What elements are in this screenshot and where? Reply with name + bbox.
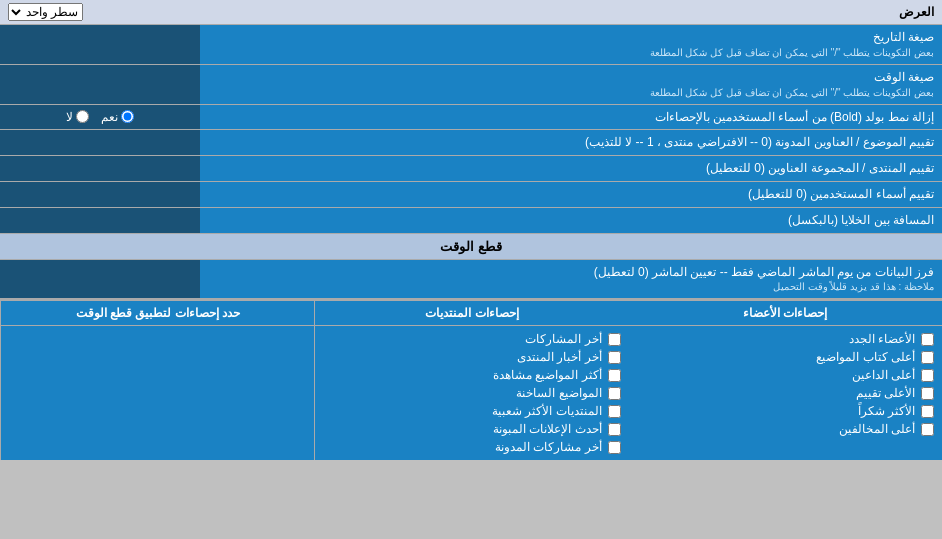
list-item: أخر أخبار المنتدى (323, 348, 620, 366)
top-violators-checkbox[interactable] (921, 423, 934, 436)
stats-section: إحصاءات الأعضاء إحصاءات المنتديات حدد إح… (0, 299, 942, 460)
list-item: أخر المشاركات (323, 330, 620, 348)
gap-row: المسافة بين الخلايا (بالبكسل) 2 (0, 208, 942, 234)
topics-order-label: تقييم الموضوع / العناوين المدونة (0 -- ا… (200, 130, 942, 155)
bold-yes-label: نعم (101, 110, 134, 124)
hot-topics-checkbox[interactable] (608, 387, 621, 400)
forum-order-label: تقييم المنتدى / المجموعة العناوين (0 للت… (200, 156, 942, 181)
bold-remove-label: إزالة نمط بولد (Bold) من أسماء المستخدمي… (200, 105, 942, 130)
bold-remove-radio-container: نعم لا (0, 105, 200, 130)
stats-left-header-cell: إحصاءات الأعضاء (629, 301, 942, 325)
stats-header-row: إحصاءات الأعضاء إحصاءات المنتديات حدد إح… (0, 301, 942, 326)
list-item: الأكثر شكراً (637, 402, 934, 420)
time-format-label: صيغة الوقت بعض التكوينات يتطلب "/" التي … (200, 65, 942, 104)
realtime-filter-label: فرز البيانات من يوم الماشر الماضي فقط --… (200, 260, 942, 299)
list-item: أعلى المخالفين (637, 420, 934, 438)
stats-col-forums: أخر المشاركات أخر أخبار المنتدى أكثر الم… (314, 326, 628, 460)
users-order-input[interactable]: 0 (8, 187, 192, 201)
most-thanked-checkbox[interactable] (921, 405, 934, 418)
stats-col-select (0, 326, 314, 460)
bold-no-label: لا (66, 110, 89, 124)
display-select[interactable]: سطر واحد سطران ثلاثة أسطر (8, 3, 83, 21)
realtime-section-header: قطع الوقت (0, 234, 942, 260)
list-item: أعلى كتاب المواضيع (637, 348, 934, 366)
forum-order-input[interactable]: 33 (8, 162, 192, 176)
new-members-checkbox[interactable] (921, 333, 934, 346)
date-format-row: صيغة التاريخ بعض التكوينات يتطلب "/" الت… (0, 25, 942, 65)
bold-yes-radio[interactable] (121, 110, 134, 123)
time-format-input[interactable]: H:i (8, 77, 192, 91)
date-format-input[interactable]: d-m (8, 37, 192, 51)
list-item: الأعلى تقييم (637, 384, 934, 402)
forum-order-row: تقييم المنتدى / المجموعة العناوين (0 للت… (0, 156, 942, 182)
date-format-label: صيغة التاريخ بعض التكوينات يتطلب "/" الت… (200, 25, 942, 64)
top-rated-checkbox[interactable] (921, 387, 934, 400)
popular-forums-checkbox[interactable] (608, 405, 621, 418)
gap-label: المسافة بين الخلايا (بالبكسل) (200, 208, 942, 233)
list-item: المواضيع الساخنة (323, 384, 620, 402)
topics-order-row: تقييم الموضوع / العناوين المدونة (0 -- ا… (0, 130, 942, 156)
topics-order-input-container: 33 (0, 130, 200, 155)
users-order-input-container: 0 (0, 182, 200, 207)
list-item: أحدث الإعلانات المبونة (323, 420, 620, 438)
top-inviters-checkbox[interactable] (921, 369, 934, 382)
stats-content-row: الأعضاء الجدد أعلى كتاب المواضيع أعلى ال… (0, 326, 942, 460)
latest-pinned-checkbox[interactable] (608, 423, 621, 436)
stats-mid-header-cell: إحصاءات المنتديات (314, 301, 628, 325)
list-item: أعلى الداعين (637, 366, 934, 384)
display-label: العرض (899, 5, 934, 19)
latest-blog-posts-checkbox[interactable] (608, 441, 621, 454)
bold-remove-row: إزالة نمط بولد (Bold) من أسماء المستخدمي… (0, 105, 942, 131)
topics-order-input[interactable]: 33 (8, 136, 192, 150)
stats-right-header-cell: حدد إحصاءات لتطبيق قطع الوقت (0, 301, 314, 325)
latest-news-checkbox[interactable] (608, 351, 621, 364)
time-format-input-container: H:i (0, 65, 200, 104)
list-item: أكثر المواضيع مشاهدة (323, 366, 620, 384)
list-item: المنتديات الأكثر شعبية (323, 402, 620, 420)
users-order-label: تقييم أسماء المستخدمين (0 للتعطيل) (200, 182, 942, 207)
top-topics-writers-checkbox[interactable] (921, 351, 934, 364)
list-item: الأعضاء الجدد (637, 330, 934, 348)
time-format-row: صيغة الوقت بعض التكوينات يتطلب "/" التي … (0, 65, 942, 105)
most-viewed-checkbox[interactable] (608, 369, 621, 382)
gap-input-container: 2 (0, 208, 200, 233)
realtime-filter-input-container: 0 (0, 260, 200, 299)
bold-no-radio[interactable] (76, 110, 89, 123)
stats-col-members: الأعضاء الجدد أعلى كتاب المواضيع أعلى ال… (629, 326, 942, 460)
users-order-row: تقييم أسماء المستخدمين (0 للتعطيل) 0 (0, 182, 942, 208)
gap-input[interactable]: 2 (8, 213, 192, 227)
forum-order-input-container: 33 (0, 156, 200, 181)
date-format-input-container: d-m (0, 25, 200, 64)
realtime-filter-input[interactable]: 0 (8, 272, 192, 286)
latest-posts-checkbox[interactable] (608, 333, 621, 346)
list-item: أخر مشاركات المدونة (323, 438, 620, 456)
realtime-filter-row: فرز البيانات من يوم الماشر الماضي فقط --… (0, 260, 942, 300)
